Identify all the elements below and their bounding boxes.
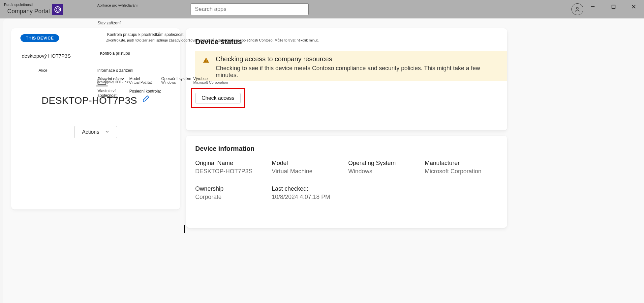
device-status-card: Device status Checking access to company… bbox=[186, 28, 507, 130]
info-manufacturer: Manufacturer Microsoft Corporation bbox=[425, 160, 498, 175]
ownership-value: Corporate bbox=[195, 194, 268, 201]
text-cursor-icon bbox=[184, 225, 185, 233]
device-name: DESKTOP-HOT7P3S bbox=[42, 95, 137, 106]
manufacturer-label: Manufacturer bbox=[425, 160, 498, 167]
svg-point-1 bbox=[56, 8, 59, 11]
this-device-badge: THIS DEVICE bbox=[20, 34, 59, 42]
overlay-kontrola-pristupu: Kontrola přístupu bbox=[100, 51, 130, 56]
overlay-kontrola-desc: Zkontrolujte, jestli toto zařízení splňu… bbox=[106, 38, 319, 42]
overlay-akce: Akce bbox=[39, 68, 47, 73]
svg-rect-9 bbox=[206, 59, 206, 61]
check-access-highlight: Check access bbox=[191, 88, 245, 108]
svg-point-2 bbox=[576, 7, 578, 9]
svg-rect-4 bbox=[612, 5, 615, 8]
info-model: Model Virtual Machine bbox=[272, 160, 345, 175]
rename-button[interactable] bbox=[142, 95, 150, 104]
model-label: Model bbox=[272, 160, 345, 167]
close-button[interactable] bbox=[624, 0, 644, 13]
overlay-vlast2-label: společnosti bbox=[98, 93, 117, 98]
info-original-name: Original Name DESKTOP-HOT7P3S bbox=[195, 160, 268, 175]
overlay-posledni-label: Poslední kontrola: bbox=[129, 89, 161, 94]
lastchecked-value: 10/8/2024 4:07:18 PM bbox=[272, 194, 345, 201]
original-name-value: DESKTOP-HOT7P3S bbox=[195, 168, 268, 175]
overlay-info-label: Informace o zařízení bbox=[97, 68, 133, 73]
company-portal-logo-icon bbox=[52, 4, 63, 15]
overlay-vyrobce-value: Microsoft Corporation bbox=[193, 80, 228, 84]
search-input[interactable] bbox=[191, 3, 309, 15]
app-title: Company Portal bbox=[7, 8, 50, 15]
overlay-puvodni-value: desktopový HOT7P3S bbox=[97, 80, 130, 84]
original-name-label: Original Name bbox=[195, 160, 268, 167]
device-info-heading: Device information bbox=[195, 145, 498, 152]
manufacturer-value: Microsoft Corporation bbox=[425, 168, 498, 175]
overlay-os-value: Windows bbox=[161, 80, 176, 84]
device-summary-card: THIS DEVICE desktopový HOT7P3S DESKTOP-H… bbox=[11, 28, 180, 209]
model-value: Virtual Machine bbox=[272, 168, 345, 175]
search-label-small: Aplikace pro vyhledávání bbox=[97, 3, 138, 7]
os-label: Operating System bbox=[348, 160, 421, 167]
info-lastchecked: Last checked: 10/8/2024 4:07:18 PM bbox=[272, 185, 345, 201]
check-access-button[interactable]: Check access bbox=[195, 93, 241, 103]
minimize-button[interactable] bbox=[583, 0, 603, 13]
svg-rect-10 bbox=[206, 62, 206, 62]
actions-label: Actions bbox=[82, 129, 99, 135]
content-area: THIS DEVICE desktopový HOT7P3S DESKTOP-H… bbox=[3, 18, 644, 303]
window-controls bbox=[583, 0, 644, 13]
notice-title: Checking access to company resources bbox=[216, 55, 500, 63]
info-os: Operating System Windows bbox=[348, 160, 421, 175]
overlay-kontrola-title: Kontrola přístupu k prostředkům společno… bbox=[107, 32, 184, 37]
ownership-label: Ownership bbox=[195, 185, 268, 192]
app-label-small: Portál společnosti bbox=[4, 3, 33, 7]
maximize-button[interactable] bbox=[603, 0, 624, 13]
overlay-vlast-label: Vlastnictví bbox=[98, 89, 116, 93]
actions-dropdown[interactable]: Actions bbox=[74, 126, 117, 138]
status-notice: Checking access to company resources Che… bbox=[195, 51, 507, 81]
notice-description: Checking to see if this device meets Con… bbox=[216, 65, 500, 79]
info-ownership: Ownership Corporate bbox=[195, 185, 268, 201]
titlebar: Portál společnosti Company Portal Aplika… bbox=[0, 0, 644, 18]
lastchecked-label: Last checked: bbox=[272, 185, 345, 192]
device-info-card: Device information Original Name DESKTOP… bbox=[186, 136, 507, 228]
os-value: Windows bbox=[348, 168, 421, 175]
overlay-stav-label: Stav zařízení bbox=[98, 21, 121, 25]
chevron-down-icon bbox=[105, 130, 109, 135]
user-account-button[interactable] bbox=[571, 3, 583, 15]
svg-point-0 bbox=[55, 7, 61, 13]
overlay-model-value: Virtual Počítač bbox=[129, 80, 153, 84]
